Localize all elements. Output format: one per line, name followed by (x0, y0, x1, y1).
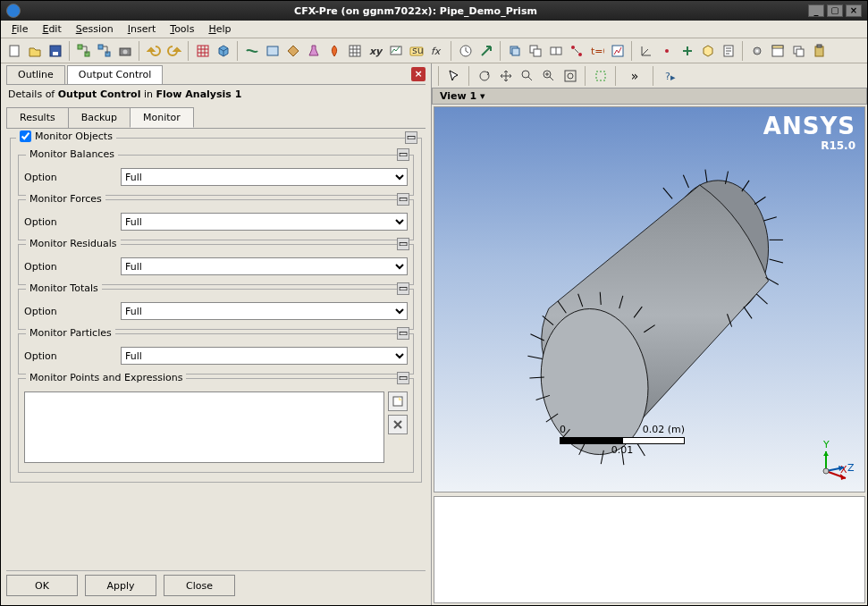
stack1-icon[interactable] (505, 41, 525, 61)
flow-icon[interactable] (242, 41, 262, 61)
balances-option-label: Option (24, 172, 121, 183)
subtab-monitor[interactable]: Monitor (130, 107, 194, 128)
view-label[interactable]: View 1 ▾ (432, 88, 867, 105)
svg-line-66 (663, 188, 672, 198)
redo-icon[interactable] (164, 41, 184, 61)
result-icon[interactable] (608, 41, 628, 61)
menu-insert[interactable]: Insert (121, 21, 164, 37)
close-tab-button[interactable]: × (411, 67, 426, 81)
menu-edit[interactable]: Edit (35, 21, 68, 37)
collapse-icon[interactable]: ▭ (397, 238, 409, 250)
sub-icon[interactable]: sub (407, 41, 426, 61)
maximize-button[interactable]: ▢ (827, 4, 843, 17)
message-area[interactable] (434, 496, 865, 603)
residuals-option-select[interactable]: Full (121, 257, 408, 275)
node-icon[interactable] (567, 41, 586, 61)
more-icon[interactable]: » (621, 69, 648, 83)
svg-rect-35 (796, 49, 804, 56)
fit-icon[interactable] (560, 66, 580, 86)
svg-rect-20 (512, 48, 519, 55)
fire-icon[interactable] (324, 41, 344, 61)
clipboard-icon[interactable] (809, 41, 829, 61)
svg-point-39 (480, 72, 489, 80)
group-monitor-points: Monitor Points and Expressions ▭ (18, 378, 414, 473)
cursor-icon[interactable] (444, 66, 464, 86)
collapse-icon[interactable]: ▭ (397, 327, 409, 340)
t0-icon[interactable]: t=0 (587, 41, 607, 61)
menu-help[interactable]: Help (201, 21, 238, 37)
subtab-backup[interactable]: Backup (68, 107, 131, 128)
save-icon[interactable] (46, 41, 65, 61)
svg-point-40 (522, 71, 529, 78)
monitor-objects-label: Monitor Objects (35, 130, 113, 142)
point-icon[interactable] (657, 41, 677, 61)
forces-option-label: Option (24, 216, 121, 228)
zoom-icon[interactable] (518, 66, 537, 86)
triad-icon[interactable] (636, 41, 656, 61)
pan-icon[interactable] (496, 66, 516, 86)
tab-output-control[interactable]: Output Control (67, 65, 163, 84)
forces-option-select[interactable]: Full (121, 213, 408, 231)
gear-icon[interactable] (747, 41, 767, 61)
camera-icon[interactable] (115, 41, 135, 61)
xy-icon[interactable]: xy (366, 41, 385, 61)
boundary-icon[interactable] (283, 41, 303, 61)
arrow-icon[interactable] (476, 41, 496, 61)
collapse-icon[interactable]: ▭ (397, 148, 409, 161)
script-icon[interactable] (719, 41, 738, 61)
svg-rect-0 (10, 46, 19, 56)
monitor-points-list[interactable] (24, 391, 384, 463)
svg-point-24 (571, 46, 575, 49)
menu-session[interactable]: Session (69, 21, 121, 37)
close-button[interactable]: Close (164, 575, 235, 596)
grid-icon[interactable] (345, 41, 365, 61)
arrows-icon[interactable] (678, 41, 697, 61)
mesh-icon[interactable] (193, 41, 213, 61)
tree-icon[interactable] (74, 41, 94, 61)
svg-rect-3 (78, 45, 82, 49)
collapse-icon[interactable]: ▭ (405, 131, 417, 144)
stack3-icon[interactable] (546, 41, 566, 61)
cube2-icon[interactable] (698, 41, 718, 61)
new-item-button[interactable] (388, 391, 408, 411)
collapse-icon[interactable]: ▭ (397, 282, 409, 295)
minimize-button[interactable]: _ (808, 4, 824, 17)
collapse-icon[interactable]: ▭ (397, 193, 409, 206)
zoom-box-icon[interactable] (539, 66, 559, 86)
collapse-icon[interactable]: ▭ (397, 372, 409, 384)
totals-option-label: Option (24, 306, 121, 317)
svg-text:t=0: t=0 (591, 46, 604, 57)
menu-tools[interactable]: Tools (163, 21, 201, 37)
balances-option-select[interactable]: Full (121, 168, 408, 186)
totals-option-select[interactable]: Full (121, 302, 408, 320)
particles-option-select[interactable]: Full (121, 347, 408, 365)
monitor-icon[interactable] (386, 41, 406, 61)
fx-icon[interactable]: fx (427, 41, 447, 61)
new-icon[interactable] (4, 41, 24, 61)
flask-icon[interactable] (304, 41, 324, 61)
help-icon[interactable]: ?▸ (659, 66, 678, 86)
select-icon[interactable] (591, 66, 611, 86)
tree2-icon[interactable] (95, 41, 114, 61)
subtab-results[interactable]: Results (6, 107, 69, 128)
undo-icon[interactable] (144, 41, 164, 61)
box-icon[interactable] (214, 41, 233, 61)
svg-line-72 (763, 217, 776, 221)
delete-item-button[interactable] (388, 415, 408, 434)
monitor-objects-checkbox[interactable] (20, 130, 31, 142)
svg-line-74 (770, 259, 783, 263)
apply-button[interactable]: Apply (85, 575, 156, 596)
viewport-3d[interactable]: ANSYS R15.0 (434, 106, 865, 492)
close-window-button[interactable]: × (846, 4, 862, 17)
clock-icon[interactable] (456, 41, 476, 61)
window2-icon[interactable] (768, 41, 788, 61)
ok-button[interactable]: OK (6, 575, 78, 596)
tab-outline[interactable]: Outline (6, 65, 65, 84)
open-icon[interactable] (25, 41, 45, 61)
rotate-icon[interactable] (475, 66, 494, 86)
copy-icon[interactable] (788, 41, 808, 61)
menu-file[interactable]: File (4, 21, 35, 37)
domain-icon[interactable] (263, 41, 282, 61)
stack2-icon[interactable] (526, 41, 545, 61)
svg-line-50 (527, 357, 542, 359)
